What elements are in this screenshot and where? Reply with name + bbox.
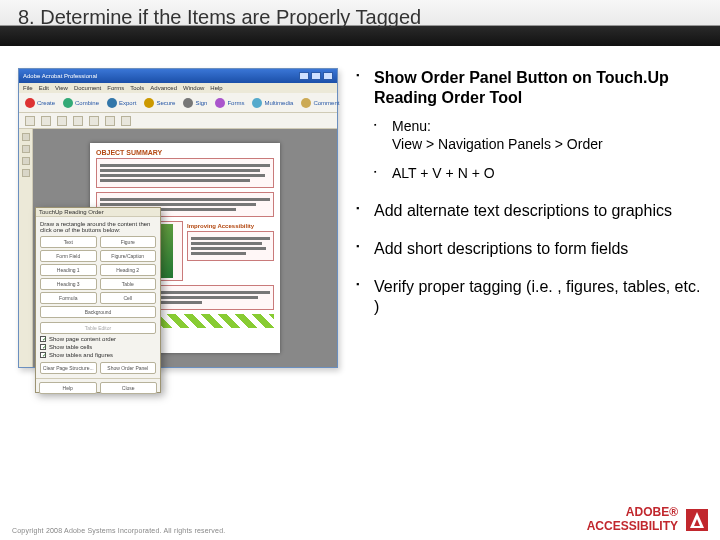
tool-combine[interactable]: Combine [63, 98, 99, 108]
btn-form-field[interactable]: Form Field [40, 250, 97, 262]
slide-body: Adobe Acrobat Professional File Edit Vie… [0, 46, 720, 540]
tool-sq-1[interactable] [25, 116, 35, 126]
bullet-1-sublist: Menu: View > Navigation Panels > Order A… [374, 118, 702, 183]
menu-document[interactable]: Document [74, 85, 101, 91]
tool-secure[interactable]: Secure [144, 98, 175, 108]
panel-title: TouchUp Reading Order [36, 208, 160, 217]
menu-forms[interactable]: Forms [107, 85, 124, 91]
screenshot-column: Adobe Acrobat Professional File Edit Vie… [18, 68, 338, 530]
page-subhead: Improving Accessibility [187, 223, 274, 229]
page-canvas: OBJECT SUMMARY [33, 129, 337, 367]
bullet-list: Show Order Panel Button on Touch.Up Read… [356, 68, 702, 317]
slide: 8. Determine if the Items are Properly T… [0, 0, 720, 540]
bullet-1: Show Order Panel Button on Touch.Up Read… [356, 68, 702, 183]
multimedia-icon [252, 98, 262, 108]
menu-tools[interactable]: Tools [130, 85, 144, 91]
checkbox-icon [40, 336, 46, 342]
tool-sign[interactable]: Sign [183, 98, 207, 108]
btn-formula[interactable]: Formula [40, 292, 97, 304]
bullet-1-sub-2: ALT + V + N + O [374, 165, 702, 183]
chk-show-tables-figures[interactable]: Show tables and figures [40, 352, 156, 358]
tool-comment[interactable]: Comment [301, 98, 339, 108]
menu-help[interactable]: Help [210, 85, 222, 91]
menubar: File Edit View Document Forms Tools Adva… [19, 83, 337, 93]
menu-file[interactable]: File [23, 85, 33, 91]
btn-table-editor: Table Editor [40, 322, 156, 334]
bullet-1-text: Show Order Panel Button on Touch.Up Read… [374, 69, 669, 106]
nav-icon-3[interactable] [22, 157, 30, 165]
nav-icon-4[interactable] [22, 169, 30, 177]
btn-figure[interactable]: Figure [100, 236, 157, 248]
menu-advanced[interactable]: Advanced [150, 85, 177, 91]
tool-sq-4[interactable] [73, 116, 83, 126]
window-title-text: Adobe Acrobat Professional [23, 73, 97, 79]
nav-sidebar [19, 129, 33, 367]
forms-icon [215, 98, 225, 108]
tool-multimedia[interactable]: Multimedia [252, 98, 293, 108]
window-controls [299, 72, 333, 80]
toolbar-secondary [19, 113, 337, 129]
tool-sq-2[interactable] [41, 116, 51, 126]
brand-text: ADOBE® ACCESSIBILITY [587, 506, 678, 534]
close-icon[interactable] [323, 72, 333, 80]
btn-clear-structure[interactable]: Clear Page Structure... [40, 362, 97, 374]
panel-body: Draw a rectangle around the content then… [36, 217, 160, 378]
bullet-4: Verify proper tagging (i.e. , figures, t… [356, 277, 702, 317]
comment-icon [301, 98, 311, 108]
bullet-3: Add short descriptions to form fields [356, 239, 702, 259]
btn-help[interactable]: Help [39, 382, 97, 394]
brand-block: ADOBE® ACCESSIBILITY [587, 506, 708, 534]
combine-icon [63, 98, 73, 108]
tool-sq-3[interactable] [57, 116, 67, 126]
nav-icon-1[interactable] [22, 133, 30, 141]
sign-icon [183, 98, 193, 108]
touchup-reading-order-panel: TouchUp Reading Order Draw a rectangle a… [35, 207, 161, 393]
panel-instruction: Draw a rectangle around the content then… [40, 221, 156, 233]
btn-background[interactable]: Background [40, 306, 156, 318]
nav-icon-2[interactable] [22, 145, 30, 153]
minimize-icon[interactable] [299, 72, 309, 80]
btn-heading-3[interactable]: Heading 3 [40, 278, 97, 290]
export-icon [107, 98, 117, 108]
tool-forms[interactable]: Forms [215, 98, 244, 108]
btn-show-order-panel[interactable]: Show Order Panel [100, 362, 157, 374]
maximize-icon[interactable] [311, 72, 321, 80]
checkbox-icon [40, 352, 46, 358]
tool-sq-7[interactable] [121, 116, 131, 126]
menu-edit[interactable]: Edit [39, 85, 49, 91]
menu-window[interactable]: Window [183, 85, 204, 91]
toolbar-primary: Create Combine Export Secure Sign Forms … [19, 93, 337, 113]
slide-footer: Copyright 2008 Adobe Systems Incorporate… [0, 506, 720, 540]
tool-sq-6[interactable] [105, 116, 115, 126]
btn-text[interactable]: Text [40, 236, 97, 248]
acrobat-window: Adobe Acrobat Professional File Edit Vie… [18, 68, 338, 368]
bullet-2: Add alternate text descriptions to graph… [356, 201, 702, 221]
panel-footer: Help Close [36, 378, 160, 397]
slide-title: 8. Determine if the Items are Properly T… [18, 6, 702, 29]
secure-icon [144, 98, 154, 108]
tool-create[interactable]: Create [25, 98, 55, 108]
btn-heading-1[interactable]: Heading 1 [40, 264, 97, 276]
checkbox-icon [40, 344, 46, 350]
btn-heading-2[interactable]: Heading 2 [100, 264, 157, 276]
tagged-paragraph-3 [187, 231, 274, 261]
tagged-paragraph-1 [96, 158, 274, 188]
tool-sq-5[interactable] [89, 116, 99, 126]
page-heading: OBJECT SUMMARY [96, 149, 274, 156]
copyright-text: Copyright 2008 Adobe Systems Incorporate… [12, 527, 225, 534]
bullet-1-sub-1: Menu: View > Navigation Panels > Order [374, 118, 702, 153]
chk-show-order[interactable]: Show page content order [40, 336, 156, 342]
adobe-logo-icon [686, 509, 708, 531]
btn-table[interactable]: Table [100, 278, 157, 290]
title-bar: 8. Determine if the Items are Properly T… [0, 0, 720, 46]
menu-view[interactable]: View [55, 85, 68, 91]
tool-export[interactable]: Export [107, 98, 136, 108]
window-titlebar: Adobe Acrobat Professional [19, 69, 337, 83]
btn-close[interactable]: Close [100, 382, 158, 394]
chk-show-table-cells[interactable]: Show table cells [40, 344, 156, 350]
document-area: OBJECT SUMMARY [19, 129, 337, 367]
btn-figure-caption[interactable]: Figure/Caption [100, 250, 157, 262]
bullet-column: Show Order Panel Button on Touch.Up Read… [356, 68, 702, 530]
btn-cell[interactable]: Cell [100, 292, 157, 304]
create-icon [25, 98, 35, 108]
